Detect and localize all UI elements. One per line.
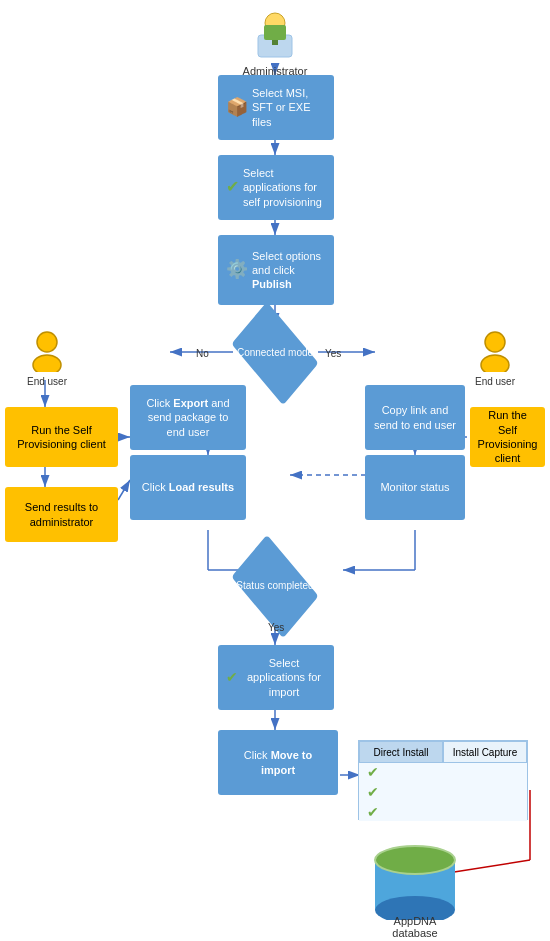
copy-link-text: Copy link and send to end user xyxy=(373,403,457,432)
status-diamond-text: Status completed xyxy=(236,580,313,592)
monitor-status-box: Monitor status xyxy=(365,455,465,520)
click-load-box: Click Load results xyxy=(130,455,246,520)
run-client-right-text: Run the Self Provisioning client xyxy=(478,408,538,465)
direct-install-label: Direct Install xyxy=(373,747,428,758)
install-capture-label: Install Capture xyxy=(453,747,517,758)
end-user-right-figure: End user xyxy=(470,330,520,387)
end-user-right-label: End user xyxy=(470,376,520,387)
svg-point-35 xyxy=(481,355,509,372)
appdna-db: AppDNA database xyxy=(370,840,460,920)
click-move-text: Click Move to import xyxy=(226,748,330,777)
svg-rect-30 xyxy=(264,25,286,40)
svg-point-33 xyxy=(33,355,61,372)
publish-bold: Publish xyxy=(252,278,292,290)
svg-point-34 xyxy=(485,332,505,352)
direct-install-tab[interactable]: Direct Install xyxy=(359,741,443,763)
click-move-box: Click Move to import xyxy=(218,730,338,795)
install-capture-tab[interactable]: Install Capture xyxy=(443,741,527,763)
workflow-diagram: Administrator 📦 Select MSI, SFT or EXE f… xyxy=(0,0,550,941)
svg-point-32 xyxy=(37,332,57,352)
svg-rect-31 xyxy=(272,40,278,45)
check-2: ✔ xyxy=(367,784,519,800)
end-user-left-label: End user xyxy=(22,376,72,387)
monitor-status-text: Monitor status xyxy=(380,480,449,494)
click-load-text: Click Load results xyxy=(142,480,234,494)
status-diamond: Status completed xyxy=(228,555,322,617)
select-msi-text: Select MSI, SFT or EXE files xyxy=(252,86,326,129)
yes-label-bottom: Yes xyxy=(268,622,284,633)
check-3: ✔ xyxy=(367,804,519,820)
run-client-left-text: Run the Self Provisioning client xyxy=(13,423,110,452)
select-import-text: Select applications for import xyxy=(242,656,326,699)
load-bold: Load results xyxy=(169,481,234,493)
no-label: No xyxy=(196,348,209,359)
connected-mode-text: Connected mode xyxy=(237,347,313,359)
select-apps-text: Select applications for self provisionin… xyxy=(243,166,326,209)
end-user-left-figure: End user xyxy=(22,330,72,387)
click-export-text: Click Export and send package to end use… xyxy=(138,396,238,439)
click-export-box: Click Export and send package to end use… xyxy=(130,385,246,450)
connected-mode-diamond: Connected mode xyxy=(228,322,322,384)
send-results-text: Send results to administrator xyxy=(13,500,110,529)
svg-line-13 xyxy=(118,480,130,500)
install-tabs-container: Direct Install Install Capture ✔ ✔ ✔ xyxy=(358,740,528,820)
move-bold: Move to import xyxy=(261,749,312,775)
yes-label-right: Yes xyxy=(325,348,341,359)
administrator-figure: Administrator xyxy=(240,5,310,77)
send-results-box: Send results to administrator xyxy=(5,487,118,542)
copy-link-box: Copy link and send to end user xyxy=(365,385,465,450)
select-options-box: ⚙️ Select options and click Publish xyxy=(218,235,334,305)
export-bold: Export xyxy=(173,397,208,409)
select-apps-box: ✔ Select applications for self provision… xyxy=(218,155,334,220)
select-options-text: Select options and click Publish xyxy=(252,249,326,292)
check-1: ✔ xyxy=(367,764,519,780)
run-client-right-box: Run the Self Provisioning client xyxy=(470,407,545,467)
select-import-box: ✔ Select applications for import xyxy=(218,645,334,710)
run-client-left-box: Run the Self Provisioning client xyxy=(5,407,118,467)
select-msi-box: 📦 Select MSI, SFT or EXE files xyxy=(218,75,334,140)
